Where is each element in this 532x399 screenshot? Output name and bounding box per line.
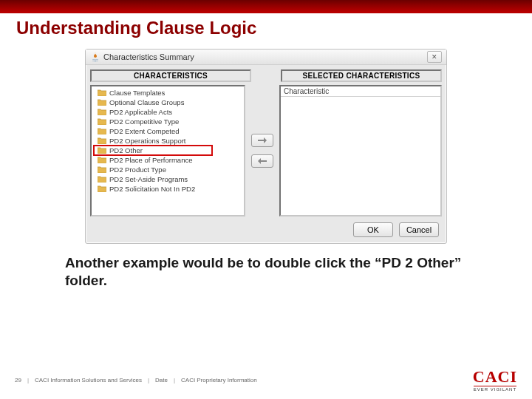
top-bar <box>0 0 532 13</box>
footer-sep: | <box>27 377 29 383</box>
folder-icon <box>98 118 106 125</box>
tree-item[interactable]: PD2 Competitive Type <box>93 117 242 126</box>
folder-icon <box>98 137 106 144</box>
tree-item[interactable]: Optional Clause Groups <box>93 98 242 107</box>
caci-logo: CACI EVER VIGILANT <box>473 369 517 392</box>
ok-button[interactable]: OK <box>353 222 393 237</box>
dialog-title: Characteristics Summary <box>103 52 194 61</box>
folder-icon <box>98 185 106 192</box>
tree-item[interactable]: PD2 Product Type <box>93 165 242 174</box>
tree-item-label: PD2 Product Type <box>109 165 166 174</box>
slide-footer: 29 | CACI Information Solutions and Serv… <box>0 369 532 392</box>
tree-pane[interactable]: Clause TemplatesOptional Clause GroupsPD… <box>90 85 245 216</box>
close-button[interactable]: ✕ <box>427 51 442 63</box>
folder-icon <box>98 176 106 183</box>
cancel-button[interactable]: Cancel <box>399 222 439 237</box>
arrow-left-icon <box>257 157 267 165</box>
folder-icon <box>98 128 106 134</box>
footer-org: CACI Information Solutions and Services <box>35 377 142 383</box>
arrow-right-icon <box>257 137 267 144</box>
close-icon: ✕ <box>432 53 437 61</box>
folder-icon <box>98 166 106 173</box>
characteristics-dialog: Characteristics Summary ✕ CHARACTERISTIC… <box>85 49 447 244</box>
tree-item[interactable]: PD2 Place of Performance <box>93 155 242 165</box>
tree-item-label: Optional Clause Groups <box>109 98 184 107</box>
folder-icon <box>98 109 106 115</box>
tree-item[interactable]: Clause Templates <box>93 88 242 98</box>
characteristics-header: CHARACTERISTICS <box>90 69 251 82</box>
tree-item-label: PD2 Extent Competed <box>109 126 180 136</box>
selected-characteristics-header: SELECTED CHARACTERISTICS <box>281 69 442 82</box>
tree-item-label: PD2 Set-Aside Programs <box>109 174 188 184</box>
remove-button[interactable] <box>251 154 273 168</box>
folder-icon <box>98 99 106 106</box>
folder-icon <box>98 89 106 96</box>
tree-item-label: PD2 Applicable Acts <box>109 107 172 117</box>
folder-icon <box>98 147 106 154</box>
folder-icon <box>98 157 106 163</box>
tree-item-label: PD2 Competitive Type <box>109 117 179 126</box>
tree-item-label: PD2 Operations Support <box>109 136 186 146</box>
footer-sep: | <box>148 377 149 383</box>
page-number: 29 <box>15 377 21 383</box>
java-icon <box>90 52 100 62</box>
logo-name: CACI <box>473 369 517 385</box>
footer-sep: | <box>174 377 175 383</box>
logo-tagline: EVER VIGILANT <box>474 386 516 392</box>
slide-title: Understanding Clause Logic <box>0 13 532 38</box>
selected-pane[interactable]: Characteristic <box>279 85 442 216</box>
transfer-buttons <box>245 85 279 216</box>
tree-item[interactable]: PD2 Applicable Acts <box>93 107 242 117</box>
selected-pane-header: Characteristic <box>281 86 440 97</box>
footer-notice: CACI Proprietary Information <box>181 377 257 383</box>
tree-item-label: PD2 Solicitation Not In PD2 <box>109 184 195 194</box>
tree-item[interactable]: PD2 Set-Aside Programs <box>93 174 242 184</box>
add-button[interactable] <box>251 134 273 147</box>
tree-item[interactable]: PD2 Operations Support <box>93 136 242 146</box>
tree-item[interactable]: PD2 Extent Competed <box>93 126 242 136</box>
tree-item-label: Clause Templates <box>109 88 165 98</box>
tree-item-label: PD2 Other <box>109 146 143 155</box>
footer-date: Date <box>155 377 168 383</box>
dialog-titlebar: Characteristics Summary ✕ <box>86 50 446 65</box>
caption-text: Another example would be to double click… <box>0 244 532 290</box>
tree-item-label: PD2 Place of Performance <box>109 155 192 165</box>
tree-item[interactable]: PD2 Solicitation Not In PD2 <box>93 184 242 194</box>
tree-item[interactable]: PD2 Other <box>93 146 242 155</box>
